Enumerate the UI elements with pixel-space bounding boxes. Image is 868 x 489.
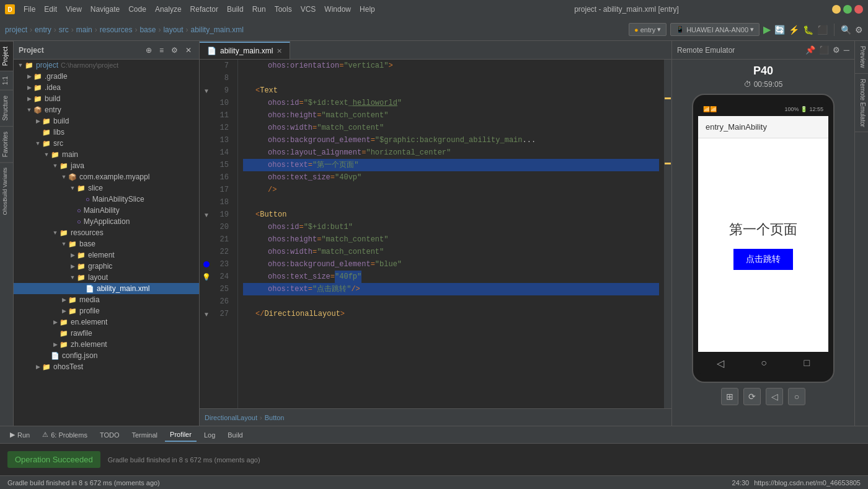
menu-run[interactable]: Run	[249, 4, 270, 15]
menu-build[interactable]: Build	[223, 4, 247, 15]
right-tab-preview[interactable]: Preview	[855, 41, 868, 74]
bottom-tab-log[interactable]: Log	[199, 429, 220, 441]
tree-item-main[interactable]: ▼ 📁 main	[14, 149, 199, 160]
right-tab-remote-emulator[interactable]: Remote Emulator	[855, 74, 868, 133]
tree-item-profile[interactable]: ▶ 📁 profile	[14, 305, 199, 316]
sidebar-tab-ohosbuilds[interactable]: OhosBuild Variants	[0, 162, 13, 220]
panel-settings-button[interactable]: ⚙	[169, 45, 180, 56]
breadcrumb-entry[interactable]: entry	[35, 25, 51, 34]
footer-bc-button[interactable]: Button	[265, 414, 285, 421]
tree-item-base[interactable]: ▼ 📁 base	[14, 238, 199, 249]
rebuild-button[interactable]: 🔄	[774, 25, 785, 35]
menu-vcs[interactable]: VCS	[297, 4, 320, 15]
tree-item-ability-main[interactable]: ▶ 📄 ability_main.xml	[14, 283, 199, 294]
editor-tab-ability-main[interactable]: 📄 ability_main.xml ✕	[200, 42, 290, 59]
tree-item-graphic[interactable]: ▶ 📁 graphic	[14, 261, 199, 272]
minimize-button[interactable]	[832, 5, 841, 14]
tree-item-element[interactable]: ▶ 📁 element	[14, 249, 199, 261]
tree-arrow-gradle[interactable]: ▶	[25, 73, 33, 79]
settings-button[interactable]: ⚙	[855, 25, 863, 35]
menu-tools[interactable]: Tools	[271, 4, 296, 15]
debug-button[interactable]: 🐛	[803, 25, 813, 35]
tree-item-idea[interactable]: ▶ 📁 .idea	[14, 82, 199, 93]
breadcrumb-resources[interactable]: resources	[100, 25, 133, 34]
tree-arrow-idea[interactable]: ▶	[25, 84, 33, 91]
bottom-tab-problems[interactable]: ⚠ 6: Problems	[37, 428, 92, 441]
tree-arrow-ohostest[interactable]: ▶	[33, 364, 42, 370]
fold-icon-9[interactable]: ▼	[203, 87, 210, 94]
emulator-settings-button[interactable]: ⚙	[833, 45, 840, 55]
emulator-ctrl-circle[interactable]: ○	[788, 388, 805, 405]
tab-close-button[interactable]: ✕	[277, 47, 282, 55]
tree-arrow-java[interactable]: ▼	[51, 163, 60, 169]
tree-item-mainability[interactable]: ▶ ○ MainAbility	[14, 205, 199, 216]
breadcrumb-layout[interactable]: layout	[163, 25, 183, 34]
bottom-tab-profiler[interactable]: Profiler	[165, 428, 197, 442]
tree-arrow-main[interactable]: ▼	[42, 151, 51, 158]
fold-icon-19[interactable]: ▼	[203, 212, 210, 218]
menu-navigate[interactable]: Navigate	[87, 4, 123, 15]
tree-item-layout[interactable]: ▼ 📁 layout	[14, 272, 199, 283]
tree-arrow-media[interactable]: ▶	[60, 297, 68, 303]
menu-code[interactable]: Code	[125, 4, 150, 15]
run-button[interactable]: ▶	[763, 24, 771, 35]
tree-item-entry[interactable]: ▼ 📦 entry	[14, 104, 199, 115]
search-everywhere-button[interactable]: 🔍	[841, 25, 851, 35]
tree-arrow-entry[interactable]: ▼	[25, 107, 33, 113]
tree-arrow-zh-element[interactable]: ▶	[51, 341, 60, 348]
emulator-ctrl-grid[interactable]: ⊞	[721, 388, 738, 405]
tree-arrow-resources[interactable]: ▼	[51, 230, 60, 236]
tree-item-config[interactable]: ▶ 📄 config.json	[14, 350, 199, 361]
bottom-tab-todo[interactable]: TODO	[95, 429, 125, 441]
menu-refactor[interactable]: Refactor	[187, 4, 222, 15]
tree-arrow-layout[interactable]: ▼	[68, 274, 77, 280]
tree-item-resources[interactable]: ▼ 📁 resources	[14, 227, 199, 238]
panel-collapse-button[interactable]: ≡	[157, 45, 166, 56]
footer-bc-layout[interactable]: DirectionalLayout	[205, 414, 257, 421]
bulb-icon-24[interactable]: 💡	[202, 273, 211, 281]
tree-arrow-en-element[interactable]: ▶	[51, 319, 60, 325]
profile-button[interactable]: ⚡	[789, 25, 799, 35]
tree-item-slice[interactable]: ▼ 📁 slice	[14, 182, 199, 194]
emulator-minus-button[interactable]: ─	[844, 45, 849, 55]
tree-item-libs[interactable]: ▶ 📁 libs	[14, 127, 199, 138]
tree-item-ohostest[interactable]: ▶ 📁 ohosTest	[14, 361, 199, 372]
menu-analyze[interactable]: Analyze	[151, 4, 185, 15]
maximize-button[interactable]	[843, 5, 852, 14]
tree-item-en-element[interactable]: ▶ 📁 en.element	[14, 316, 199, 328]
panel-close-button[interactable]: ✕	[183, 45, 194, 56]
breadcrumb-file[interactable]: ability_main.xml	[190, 25, 243, 34]
emulator-ctrl-rotate[interactable]: ⟳	[743, 388, 761, 405]
menu-bar[interactable]: File Edit View Navigate Code Analyze Ref…	[20, 4, 421, 15]
close-button[interactable]	[854, 5, 863, 14]
tree-item-project[interactable]: ▼ 📁 project C:\harmony\project	[14, 60, 199, 71]
tree-arrow-com[interactable]: ▼	[60, 174, 68, 180]
tree-item-mainslice[interactable]: ▶ ○ MainAbilitySlice	[14, 194, 199, 205]
tree-item-media[interactable]: ▶ 📁 media	[14, 294, 199, 305]
breadcrumb-base[interactable]: base	[140, 25, 156, 34]
tree-arrow-element[interactable]: ▶	[68, 252, 77, 258]
tree-item-com[interactable]: ▼ 📦 com.example.myappl	[14, 171, 199, 182]
tree-item-build-root[interactable]: ▶ 📁 build	[14, 93, 199, 104]
bottom-tab-run[interactable]: ▶ Run	[5, 428, 35, 441]
menu-file[interactable]: File	[20, 4, 39, 15]
entry-dropdown[interactable]: ● entry ▾	[629, 23, 666, 36]
sidebar-tab-1[interactable]: 1:1	[0, 71, 13, 90]
window-controls[interactable]	[832, 5, 863, 14]
menu-help[interactable]: Help	[356, 4, 379, 15]
fold-icon-27[interactable]: ▼	[203, 311, 210, 318]
tree-arrow-profile[interactable]: ▶	[60, 308, 68, 314]
tree-item-gradle[interactable]: ▶ 📁 .gradle	[14, 71, 199, 82]
menu-edit[interactable]: Edit	[40, 4, 61, 15]
tree-arrow-build-entry[interactable]: ▶	[33, 118, 42, 124]
breadcrumb-main[interactable]: main	[76, 25, 92, 34]
tree-arrow-slice[interactable]: ▼	[68, 185, 77, 191]
tree-item-src[interactable]: ▼ 📁 src	[14, 138, 199, 149]
stop-button[interactable]: ⬛	[817, 25, 828, 35]
tree-arrow-src[interactable]: ▼	[33, 140, 42, 146]
bottom-tab-terminal[interactable]: Terminal	[126, 429, 162, 441]
panel-locate-button[interactable]: ⊕	[143, 45, 154, 56]
breadcrumb-project[interactable]: project	[5, 25, 27, 34]
phone-recent-button[interactable]: □	[804, 357, 810, 369]
tree-item-rawfile[interactable]: ▶ 📁 rawfile	[14, 328, 199, 339]
